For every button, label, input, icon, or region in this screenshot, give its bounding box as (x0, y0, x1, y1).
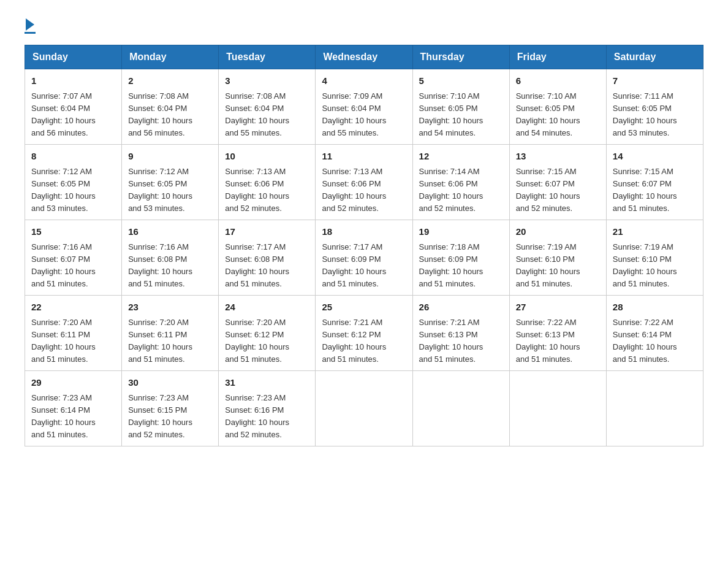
day-info: Sunrise: 7:10 AMSunset: 6:05 PMDaylight:… (516, 91, 580, 137)
day-info: Sunrise: 7:08 AMSunset: 6:04 PMDaylight:… (225, 91, 289, 137)
day-number: 23 (128, 301, 212, 315)
day-info: Sunrise: 7:15 AMSunset: 6:07 PMDaylight:… (613, 167, 677, 213)
day-number: 8 (31, 150, 115, 164)
day-info: Sunrise: 7:10 AMSunset: 6:05 PMDaylight:… (419, 91, 483, 137)
weekday-header-tuesday: Tuesday (219, 45, 316, 69)
calendar-cell: 8Sunrise: 7:12 AMSunset: 6:05 PMDaylight… (25, 145, 122, 220)
calendar-cell: 24Sunrise: 7:20 AMSunset: 6:12 PMDayligh… (219, 296, 316, 371)
calendar-cell: 7Sunrise: 7:11 AMSunset: 6:05 PMDaylight… (606, 69, 703, 145)
calendar-cell: 6Sunrise: 7:10 AMSunset: 6:05 PMDaylight… (509, 69, 606, 145)
day-number: 26 (419, 301, 503, 315)
calendar-cell: 13Sunrise: 7:15 AMSunset: 6:07 PMDayligh… (509, 145, 606, 220)
calendar-cell: 12Sunrise: 7:14 AMSunset: 6:06 PMDayligh… (412, 145, 509, 220)
day-number: 11 (322, 150, 406, 164)
calendar-cell: 3Sunrise: 7:08 AMSunset: 6:04 PMDaylight… (219, 69, 316, 145)
calendar-cell: 4Sunrise: 7:09 AMSunset: 6:04 PMDaylight… (316, 69, 412, 145)
day-number: 12 (419, 150, 503, 164)
calendar-table: SundayMondayTuesdayWednesdayThursdayFrid… (25, 45, 703, 446)
day-info: Sunrise: 7:16 AMSunset: 6:08 PMDaylight:… (128, 242, 192, 288)
day-number: 31 (225, 376, 309, 390)
day-number: 2 (128, 74, 212, 88)
calendar-cell: 2Sunrise: 7:08 AMSunset: 6:04 PMDaylight… (122, 69, 219, 145)
day-info: Sunrise: 7:11 AMSunset: 6:05 PMDaylight:… (613, 91, 677, 137)
week-row-2: 8Sunrise: 7:12 AMSunset: 6:05 PMDaylight… (25, 145, 703, 220)
day-info: Sunrise: 7:18 AMSunset: 6:09 PMDaylight:… (419, 242, 483, 288)
day-info: Sunrise: 7:08 AMSunset: 6:04 PMDaylight:… (128, 91, 192, 137)
day-info: Sunrise: 7:13 AMSunset: 6:06 PMDaylight:… (322, 167, 386, 213)
week-row-4: 22Sunrise: 7:20 AMSunset: 6:11 PMDayligh… (25, 296, 703, 371)
logo-arrow-icon (26, 18, 34, 31)
day-info: Sunrise: 7:23 AMSunset: 6:15 PMDaylight:… (128, 393, 192, 439)
day-number: 22 (31, 301, 115, 315)
day-number: 29 (31, 376, 115, 390)
day-number: 20 (516, 225, 600, 239)
calendar-cell: 31Sunrise: 7:23 AMSunset: 6:16 PMDayligh… (219, 371, 316, 446)
week-row-3: 15Sunrise: 7:16 AMSunset: 6:07 PMDayligh… (25, 220, 703, 296)
calendar-cell (412, 371, 509, 446)
day-info: Sunrise: 7:17 AMSunset: 6:08 PMDaylight:… (225, 242, 289, 288)
day-info: Sunrise: 7:07 AMSunset: 6:04 PMDaylight:… (31, 91, 96, 137)
day-info: Sunrise: 7:20 AMSunset: 6:11 PMDaylight:… (31, 318, 96, 364)
day-info: Sunrise: 7:21 AMSunset: 6:12 PMDaylight:… (322, 318, 386, 364)
day-number: 1 (31, 74, 115, 88)
weekday-header-sunday: Sunday (25, 45, 122, 69)
weekday-header-friday: Friday (509, 45, 606, 69)
day-info: Sunrise: 7:21 AMSunset: 6:13 PMDaylight:… (419, 318, 483, 364)
calendar-cell: 23Sunrise: 7:20 AMSunset: 6:11 PMDayligh… (122, 296, 219, 371)
day-number: 28 (613, 301, 697, 315)
day-number: 19 (419, 225, 503, 239)
day-info: Sunrise: 7:12 AMSunset: 6:05 PMDaylight:… (128, 167, 192, 213)
day-info: Sunrise: 7:16 AMSunset: 6:07 PMDaylight:… (31, 242, 96, 288)
calendar-cell (316, 371, 412, 446)
day-info: Sunrise: 7:19 AMSunset: 6:10 PMDaylight:… (613, 242, 677, 288)
day-info: Sunrise: 7:22 AMSunset: 6:13 PMDaylight:… (516, 318, 580, 364)
day-number: 4 (322, 74, 406, 88)
weekday-header-row: SundayMondayTuesdayWednesdayThursdayFrid… (25, 45, 703, 69)
day-number: 9 (128, 150, 212, 164)
calendar-cell: 15Sunrise: 7:16 AMSunset: 6:07 PMDayligh… (25, 220, 122, 296)
calendar-cell: 27Sunrise: 7:22 AMSunset: 6:13 PMDayligh… (509, 296, 606, 371)
day-info: Sunrise: 7:09 AMSunset: 6:04 PMDaylight:… (322, 91, 386, 137)
calendar-cell: 30Sunrise: 7:23 AMSunset: 6:15 PMDayligh… (122, 371, 219, 446)
day-number: 6 (516, 74, 600, 88)
calendar-cell: 21Sunrise: 7:19 AMSunset: 6:10 PMDayligh… (606, 220, 703, 296)
calendar-cell: 29Sunrise: 7:23 AMSunset: 6:14 PMDayligh… (25, 371, 122, 446)
weekday-header-saturday: Saturday (606, 45, 703, 69)
calendar-cell: 26Sunrise: 7:21 AMSunset: 6:13 PMDayligh… (412, 296, 509, 371)
calendar-cell: 11Sunrise: 7:13 AMSunset: 6:06 PMDayligh… (316, 145, 412, 220)
day-number: 17 (225, 225, 309, 239)
day-number: 30 (128, 376, 212, 390)
day-info: Sunrise: 7:17 AMSunset: 6:09 PMDaylight:… (322, 242, 386, 288)
day-number: 5 (419, 74, 503, 88)
day-number: 7 (613, 74, 697, 88)
day-info: Sunrise: 7:14 AMSunset: 6:06 PMDaylight:… (419, 167, 483, 213)
calendar-cell (606, 371, 703, 446)
day-number: 24 (225, 301, 309, 315)
day-number: 13 (516, 150, 600, 164)
calendar-cell: 28Sunrise: 7:22 AMSunset: 6:14 PMDayligh… (606, 296, 703, 371)
calendar-cell: 1Sunrise: 7:07 AMSunset: 6:04 PMDaylight… (25, 69, 122, 145)
day-info: Sunrise: 7:23 AMSunset: 6:14 PMDaylight:… (31, 393, 96, 439)
day-number: 18 (322, 225, 406, 239)
day-number: 10 (225, 150, 309, 164)
calendar-cell: 16Sunrise: 7:16 AMSunset: 6:08 PMDayligh… (122, 220, 219, 296)
day-number: 15 (31, 225, 115, 239)
day-number: 14 (613, 150, 697, 164)
day-info: Sunrise: 7:15 AMSunset: 6:07 PMDaylight:… (516, 167, 580, 213)
calendar-cell: 10Sunrise: 7:13 AMSunset: 6:06 PMDayligh… (219, 145, 316, 220)
day-info: Sunrise: 7:19 AMSunset: 6:10 PMDaylight:… (516, 242, 580, 288)
day-number: 27 (516, 301, 600, 315)
calendar-cell: 18Sunrise: 7:17 AMSunset: 6:09 PMDayligh… (316, 220, 412, 296)
day-info: Sunrise: 7:12 AMSunset: 6:05 PMDaylight:… (31, 167, 96, 213)
calendar-cell: 17Sunrise: 7:17 AMSunset: 6:08 PMDayligh… (219, 220, 316, 296)
day-number: 3 (225, 74, 309, 88)
logo-underline (25, 32, 36, 34)
page-header (25, 18, 703, 34)
day-number: 25 (322, 301, 406, 315)
calendar-cell: 9Sunrise: 7:12 AMSunset: 6:05 PMDaylight… (122, 145, 219, 220)
day-number: 16 (128, 225, 212, 239)
calendar-cell: 22Sunrise: 7:20 AMSunset: 6:11 PMDayligh… (25, 296, 122, 371)
calendar-cell: 25Sunrise: 7:21 AMSunset: 6:12 PMDayligh… (316, 296, 412, 371)
calendar-cell: 5Sunrise: 7:10 AMSunset: 6:05 PMDaylight… (412, 69, 509, 145)
logo (25, 18, 36, 34)
